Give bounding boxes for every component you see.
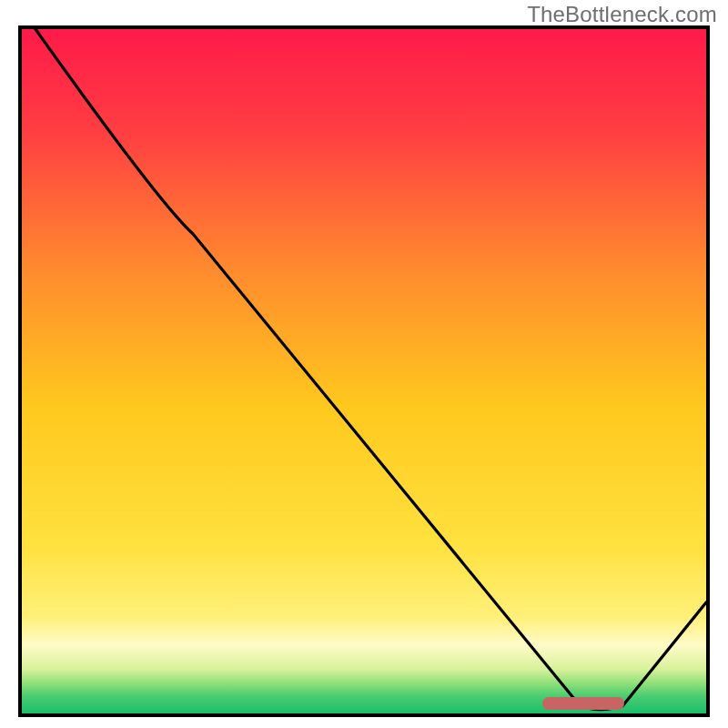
curve-path (35, 29, 706, 710)
chart-container: TheBottleneck.com (0, 0, 728, 728)
watermark-text: TheBottleneck.com (527, 2, 717, 27)
plot-area (18, 25, 710, 717)
bottleneck-curve (22, 29, 706, 713)
optimal-range-marker (542, 697, 624, 710)
